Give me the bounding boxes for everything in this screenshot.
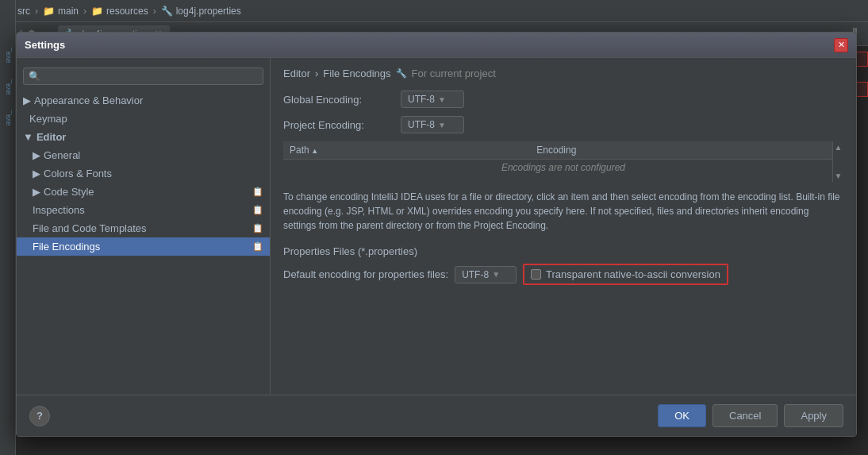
tree-arrow-colors: ▶	[33, 168, 40, 179]
tree-item-editor[interactable]: ▼ Editor	[17, 128, 270, 146]
global-encoding-label: Global Encoding:	[283, 94, 394, 106]
ide-breadcrumb: ◉ src › 📁 main › 📁 resources › 🔧 log4j.p…	[0, 0, 868, 22]
tree-arrow-editor: ▼	[23, 131, 33, 143]
strip-icon-3[interactable]: ava_	[4, 110, 12, 126]
global-encoding-arrow: ▼	[438, 95, 446, 104]
settings-content-panel: Editor › File Encodings 🔧 For current pr…	[271, 58, 856, 395]
tree-label-general: General	[44, 149, 80, 161]
tree-item-appearance[interactable]: ▶ Appearance & Behavior	[17, 91, 270, 110]
dialog-title: Settings	[25, 39, 65, 51]
tree-item-code-style[interactable]: ▶ Code Style 📋	[17, 183, 270, 201]
panel-breadcrumb-arrow: ›	[315, 67, 318, 79]
tree-label-inspections: Inspections	[33, 204, 85, 216]
table-scrollbar[interactable]: ▲ ▼	[832, 141, 843, 182]
global-encoding-row: Global Encoding: UTF-8 ▼	[283, 91, 843, 108]
code-style-badge: 📋	[252, 187, 263, 197]
tree-label-editor: Editor	[36, 131, 67, 143]
search-icon: 🔍	[29, 71, 40, 82]
strip-icon-2[interactable]: ava_	[4, 79, 12, 95]
encoding-table: Path Encoding Encodings are not configur…	[283, 141, 843, 175]
properties-default-label: Default encoding for properties files:	[283, 268, 448, 280]
project-encoding-arrow: ▼	[438, 121, 446, 129]
main-icon: 📁	[43, 6, 55, 17]
properties-encoding-value: UTF-8	[462, 269, 489, 280]
breadcrumb-main: 📁 main	[43, 6, 79, 17]
tree-label-file-code-templates: File and Code Templates	[33, 222, 147, 234]
file-encodings-badge: 📋	[252, 241, 263, 252]
settings-dialog: Settings ✕ 🔍 ▶ Appearance & Behavior Key…	[16, 32, 857, 437]
footer-buttons: OK Cancel Apply	[658, 404, 843, 427]
tree-label-code-style: Code Style	[44, 186, 94, 198]
tree-arrow-appearance: ▶	[23, 94, 31, 106]
strip-icon-1[interactable]: ava_	[4, 48, 12, 64]
project-encoding-row: Project Encoding: UTF-8 ▼	[283, 116, 843, 133]
scroll-up-icon[interactable]: ▲	[835, 143, 843, 152]
tree-item-file-encodings[interactable]: File Encodings 📋	[17, 237, 270, 256]
breadcrumb-resources-label: resources	[106, 6, 148, 17]
cancel-button[interactable]: Cancel	[712, 404, 778, 427]
tree-item-inspections[interactable]: Inspections 📋	[17, 201, 270, 219]
info-text: To change encoding IntelliJ IDEA uses fo…	[283, 187, 843, 236]
encoding-table-container: Path Encoding Encodings are not configur…	[283, 141, 843, 182]
help-button[interactable]: ?	[29, 406, 50, 426]
panel-breadcrumb-icon: 🔧	[396, 68, 407, 79]
dialog-titlebar: Settings ✕	[17, 33, 856, 58]
native-to-ascii-label: Transparent native-to-ascii conversion	[546, 268, 720, 280]
tree-item-keymap[interactable]: Keymap	[17, 110, 270, 128]
panel-header: Editor › File Encodings 🔧 For current pr…	[283, 67, 843, 79]
properties-encoding-dropdown[interactable]: UTF-8 ▼	[455, 266, 517, 283]
file-templates-badge: 📋	[252, 223, 263, 233]
tree-label-colors: Colors & Fonts	[44, 168, 112, 179]
table-empty-row: Encodings are not configured	[283, 160, 843, 176]
panel-breadcrumb-part2: File Encodings	[323, 67, 390, 79]
dialog-body: 🔍 ▶ Appearance & Behavior Keymap ▼ Edito…	[17, 58, 856, 395]
ok-button[interactable]: OK	[658, 404, 706, 427]
tree-item-file-code-templates[interactable]: File and Code Templates 📋	[17, 219, 270, 237]
col-encoding[interactable]: Encoding	[530, 141, 843, 160]
inspections-badge: 📋	[252, 205, 263, 215]
file-icon: 🔧	[161, 6, 173, 17]
project-encoding-dropdown[interactable]: UTF-8 ▼	[401, 116, 464, 133]
breadcrumb-resources: 📁 resources	[91, 6, 148, 17]
apply-button[interactable]: Apply	[784, 404, 843, 427]
tree-label-file-encodings: File Encodings	[33, 241, 100, 253]
properties-row: Default encoding for properties files: U…	[283, 264, 843, 285]
scroll-down-icon[interactable]: ▼	[835, 172, 843, 180]
breadcrumb-src-label: src	[17, 6, 30, 17]
native-to-ascii-checkbox[interactable]	[531, 269, 541, 280]
settings-tree-panel: 🔍 ▶ Appearance & Behavior Keymap ▼ Edito…	[17, 58, 271, 395]
dialog-close-button[interactable]: ✕	[834, 38, 848, 52]
table-empty-text: Encodings are not configured	[283, 160, 843, 176]
search-input[interactable]	[44, 71, 258, 82]
properties-encoding-arrow: ▼	[492, 270, 500, 279]
breadcrumb-file-label: log4j.properties	[176, 6, 241, 17]
tree-item-general[interactable]: ▶ General	[17, 146, 270, 164]
panel-breadcrumb-sub: For current project	[412, 67, 496, 79]
col-path[interactable]: Path	[283, 141, 530, 160]
project-encoding-value: UTF-8	[408, 119, 435, 130]
properties-section-header: Properties Files (*.properties)	[283, 245, 843, 257]
tree-arrow-general: ▶	[33, 149, 40, 161]
panel-breadcrumb-part1: Editor	[283, 67, 310, 79]
search-box[interactable]: 🔍	[23, 67, 263, 85]
native-to-ascii-wrapper[interactable]: Transparent native-to-ascii conversion	[523, 264, 728, 285]
breadcrumb-main-label: main	[58, 6, 79, 17]
breadcrumb-file: 🔧 log4j.properties	[161, 6, 241, 17]
tree-label-keymap: Keymap	[29, 113, 67, 125]
tree-item-colors-fonts[interactable]: ▶ Colors & Fonts	[17, 164, 270, 183]
tree-label-appearance: Appearance & Behavior	[34, 94, 143, 106]
global-encoding-dropdown[interactable]: UTF-8 ▼	[401, 91, 464, 108]
dialog-footer: ? OK Cancel Apply	[17, 395, 856, 436]
tree-arrow-code-style: ▶	[33, 186, 40, 198]
global-encoding-value: UTF-8	[408, 94, 435, 105]
left-sidebar-strip: ava_ ava_ ava_	[0, 0, 16, 455]
project-encoding-label: Project Encoding:	[283, 119, 394, 131]
resources-icon: 📁	[91, 6, 103, 17]
